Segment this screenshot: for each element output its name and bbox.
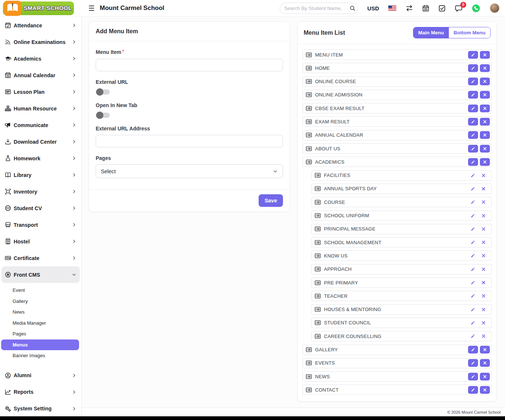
delete-button[interactable] bbox=[480, 145, 490, 153]
menu-row[interactable]: GALLERY bbox=[303, 345, 492, 355]
search-input[interactable] bbox=[284, 6, 349, 11]
edit-icon[interactable] bbox=[471, 253, 475, 258]
edit-icon[interactable] bbox=[471, 240, 475, 245]
menu-row[interactable]: EXAM RESULT bbox=[303, 116, 492, 127]
edit-icon[interactable] bbox=[471, 267, 475, 272]
student-search[interactable] bbox=[280, 3, 358, 14]
delete-icon[interactable] bbox=[481, 267, 486, 272]
external-url-toggle[interactable] bbox=[96, 89, 110, 95]
menu-row[interactable]: HOME bbox=[303, 63, 492, 73]
sidebar-item-front-cms[interactable]: Front CMS bbox=[1, 266, 80, 283]
menu-row[interactable]: CBSE EXAM RESULT bbox=[303, 103, 492, 113]
menu-item-input[interactable] bbox=[96, 59, 283, 71]
menu-row[interactable]: FACILITIES bbox=[311, 170, 492, 181]
edit-icon[interactable] bbox=[471, 321, 475, 325]
delete-button[interactable] bbox=[480, 386, 490, 394]
edit-button[interactable] bbox=[468, 145, 478, 153]
menu-row[interactable]: EVENTS bbox=[303, 358, 492, 368]
sidebar-item-download-center[interactable]: Download Center bbox=[0, 133, 81, 150]
menu-row[interactable]: APPROACH bbox=[311, 264, 492, 274]
hamburger-menu-icon[interactable]: ☰ bbox=[88, 4, 95, 13]
menu-row[interactable]: STUDENT COUNCIL bbox=[311, 318, 492, 328]
edit-button[interactable] bbox=[468, 386, 478, 394]
calendar-icon[interactable] bbox=[422, 5, 429, 12]
sidebar-item-student-cv[interactable]: Student CV bbox=[0, 200, 81, 216]
menu-row[interactable]: TEACHER bbox=[311, 291, 492, 301]
menu-row[interactable]: PRE PRIMARY bbox=[311, 277, 492, 288]
exchange-icon[interactable] bbox=[406, 4, 413, 12]
sidebar-item-human-resource[interactable]: Human Resource bbox=[0, 100, 81, 117]
delete-icon[interactable] bbox=[481, 280, 486, 285]
sidebar-subitem-pages[interactable]: Pages bbox=[1, 328, 79, 339]
edit-button[interactable] bbox=[468, 51, 478, 59]
menu-row[interactable]: KNOW US bbox=[311, 250, 492, 261]
delete-icon[interactable] bbox=[481, 294, 486, 298]
sidebar-item-communicate[interactable]: Communicate bbox=[0, 117, 81, 133]
whatsapp-icon[interactable] bbox=[472, 4, 480, 13]
sidebar-item-annual-calendar[interactable]: Annual Calendar bbox=[0, 67, 81, 83]
sidebar-item-academics[interactable]: Academics bbox=[0, 50, 81, 67]
menu-row[interactable]: SCHOOL UNIFORM bbox=[311, 211, 492, 221]
menu-row[interactable]: ANNUAL SPORTS DAY bbox=[311, 184, 492, 194]
open-new-tab-toggle[interactable] bbox=[96, 113, 110, 118]
edit-icon[interactable] bbox=[471, 200, 475, 204]
us-flag-icon[interactable] bbox=[388, 6, 396, 11]
delete-button[interactable] bbox=[480, 359, 490, 367]
edit-button[interactable] bbox=[468, 91, 478, 99]
tasks-icon[interactable] bbox=[439, 5, 446, 12]
menu-row[interactable]: NEWS bbox=[303, 371, 492, 382]
sidebar-subitem-news[interactable]: News bbox=[1, 307, 79, 318]
edit-icon[interactable] bbox=[471, 294, 475, 298]
edit-icon[interactable] bbox=[471, 307, 475, 312]
user-avatar[interactable] bbox=[489, 3, 500, 13]
tab-main-menu[interactable]: Main Menu bbox=[413, 27, 449, 38]
delete-button[interactable] bbox=[480, 346, 490, 354]
menu-row[interactable]: ABOUT US bbox=[303, 143, 492, 154]
menu-row[interactable]: HOUSES & MENTORING bbox=[311, 304, 492, 315]
sidebar-subitem-media-manager[interactable]: Media Manager bbox=[1, 318, 79, 329]
delete-button[interactable] bbox=[480, 105, 490, 112]
edit-button[interactable] bbox=[468, 359, 478, 367]
external-url-address-input[interactable] bbox=[96, 135, 283, 147]
delete-button[interactable] bbox=[480, 373, 490, 380]
delete-icon[interactable] bbox=[481, 187, 486, 191]
edit-button[interactable] bbox=[468, 158, 478, 166]
chat-icon[interactable]: 0 bbox=[455, 5, 463, 12]
sidebar-item-transport[interactable]: Transport bbox=[0, 216, 81, 233]
sidebar-item-attendance[interactable]: Attendance bbox=[0, 17, 81, 34]
delete-icon[interactable] bbox=[481, 214, 486, 218]
delete-icon[interactable] bbox=[481, 307, 486, 312]
delete-button[interactable] bbox=[480, 118, 490, 126]
menu-row[interactable]: PRINCIPAL MESSAGE bbox=[311, 224, 492, 234]
delete-icon[interactable] bbox=[481, 240, 486, 245]
sidebar-item-lesson-plan[interactable]: Lesson Plan bbox=[0, 83, 81, 100]
menu-row[interactable]: CONTACT bbox=[303, 385, 492, 395]
sidebar-item-hostel[interactable]: Hostel bbox=[0, 233, 81, 250]
pages-select[interactable]: Select bbox=[96, 164, 283, 178]
tab-bottom-menu[interactable]: Bottom Menu bbox=[449, 27, 490, 38]
sidebar-item-system-setting[interactable]: System Setting bbox=[0, 400, 81, 417]
delete-button[interactable] bbox=[480, 64, 490, 72]
edit-icon[interactable] bbox=[471, 173, 475, 178]
sidebar-item-library[interactable]: Library bbox=[0, 167, 81, 183]
sidebar-item-certificate[interactable]: Certificate bbox=[0, 250, 81, 266]
edit-button[interactable] bbox=[468, 64, 478, 72]
menu-row[interactable]: CAREER COUNSELLING bbox=[311, 331, 492, 341]
menu-row[interactable]: SCHOOL MANAGEMENT bbox=[311, 237, 492, 247]
delete-button[interactable] bbox=[480, 131, 490, 139]
delete-button[interactable] bbox=[480, 78, 490, 85]
delete-icon[interactable] bbox=[481, 334, 486, 338]
edit-icon[interactable] bbox=[471, 280, 475, 285]
sidebar-subitem-menus[interactable]: Menus bbox=[1, 339, 79, 351]
delete-button[interactable] bbox=[480, 51, 490, 59]
edit-icon[interactable] bbox=[471, 214, 475, 218]
edit-button[interactable] bbox=[468, 78, 478, 85]
delete-button[interactable] bbox=[480, 91, 490, 99]
sidebar-item-alumni[interactable]: Alumni bbox=[0, 367, 81, 384]
delete-icon[interactable] bbox=[481, 200, 486, 204]
edit-button[interactable] bbox=[468, 373, 478, 380]
delete-button[interactable] bbox=[480, 158, 490, 166]
sidebar-subitem-event[interactable]: Event bbox=[1, 285, 79, 296]
sidebar-item-reports[interactable]: Reports bbox=[0, 384, 81, 400]
delete-icon[interactable] bbox=[481, 227, 486, 231]
